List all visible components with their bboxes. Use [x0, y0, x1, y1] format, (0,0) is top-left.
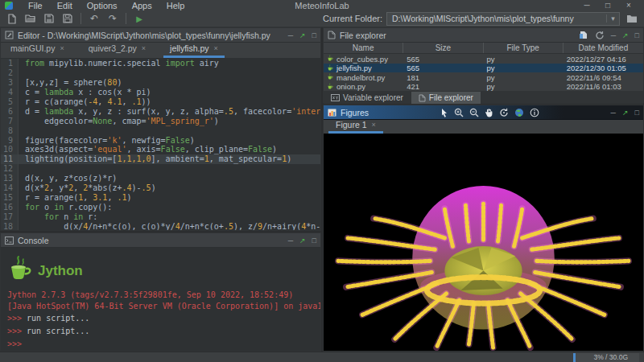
code-lines: 1from mipylib.numeric.special import air… [1, 58, 320, 230]
column-header-file-type[interactable]: File Type [484, 43, 564, 53]
line-number: 10 [1, 145, 19, 154]
undo-button[interactable]: ↶ [86, 11, 102, 26]
menu-apps[interactable]: Apps [125, 1, 159, 10]
file-row-jellyfish-py[interactable]: jellyfish.py565py2022/12/30 01:05 [324, 64, 643, 73]
pointer-tool-button[interactable] [440, 108, 448, 117]
editor-tab-mainGUI-py[interactable]: mainGUI.py× [4, 42, 71, 58]
code-line: 5r = c(arange(-4, 4.1, .1)) [1, 97, 320, 107]
file-row-color_cubes-py[interactable]: color_cubes.py565py2022/12/27 04:16 [324, 54, 643, 64]
prompt-marker: >>> [7, 339, 22, 348]
current-folder-combobox[interactable]: D:\Working\MIScript\Jython\mis\plot_type… [386, 12, 620, 26]
console-panel: Console ─ ↗ □ [0, 232, 321, 352]
jython-logo-row: Jython [7, 253, 314, 290]
tab-label: mainGUI.py [10, 43, 55, 53]
code-line: 7 edgecolor=None, cmap='MPL_spring_r') [1, 117, 320, 126]
panel-maximize-icon[interactable]: □ [635, 109, 639, 117]
tab-figure-1[interactable]: Figure 1 × [328, 119, 383, 134]
console-output[interactable]: Jython Jython 2.7.3 (tags/v2.7.3:5f29801… [1, 248, 320, 351]
window-close-button[interactable]: × [618, 1, 639, 10]
menu-bar-items: FileEditOptionsAppsHelp [21, 1, 192, 10]
console-banner: Jython 2.7.3 (tags/v2.7.3:5f29801fe, Sep… [7, 290, 314, 312]
zoom-in-icon [454, 108, 464, 117]
line-number: 14 [1, 183, 19, 193]
close-icon[interactable]: × [142, 44, 146, 52]
file-name: color_cubes.py [336, 55, 388, 64]
code-text: edgecolor=None, cmap='MPL_spring_r') [19, 117, 219, 126]
zoom-out-button[interactable] [469, 108, 479, 117]
close-icon[interactable]: × [372, 121, 376, 129]
file-name-cell: onion.py [324, 82, 403, 91]
open-document-icon[interactable] [579, 31, 588, 39]
column-header-size[interactable]: Size [403, 43, 483, 53]
editor-tab-quiver3_2-py[interactable]: quiver3_2.py× [82, 42, 152, 58]
identify-tool-button[interactable] [530, 108, 539, 117]
chevron-down-icon[interactable]: ▾ [606, 14, 619, 23]
panel-float-icon[interactable]: ↗ [622, 31, 629, 39]
save-button[interactable] [41, 11, 57, 26]
figures-title: Figures [341, 108, 369, 117]
browse-folder-button[interactable] [624, 11, 640, 26]
code-text: figure(facecolor='k', newfig=False) [19, 136, 195, 146]
save-as-icon [63, 14, 72, 23]
panel-minimize-icon[interactable]: ─ [288, 237, 293, 245]
tab-label: File explorer [429, 93, 473, 102]
window-maximize-button[interactable]: □ [597, 1, 618, 10]
column-header-date-modified[interactable]: Date Modified [564, 43, 643, 53]
code-line: 11lighting(position=[1,1,1,0], ambient=1… [1, 154, 320, 164]
new-file-button[interactable] [4, 11, 20, 26]
tab-label: jellyfish.py [170, 43, 208, 53]
code-editor[interactable]: 1from mipylib.numeric.special import air… [1, 58, 320, 230]
save-icon [44, 14, 54, 23]
status-bar: 3% / 30.0G [0, 352, 644, 362]
panel-float-icon[interactable]: ↗ [299, 237, 306, 245]
line-number: 16 [1, 203, 19, 212]
panel-maximize-icon[interactable]: □ [312, 31, 316, 39]
window-minimize-button[interactable]: ─ [576, 1, 597, 10]
explorer-bottom-tabs: Variable explorer File explorer [324, 91, 643, 104]
panel-minimize-icon[interactable]: ─ [611, 31, 616, 39]
console-panel-controls: ─ ↗ □ [288, 237, 316, 245]
run-script-button[interactable]: ▶ [131, 11, 147, 26]
pan-tool-button[interactable] [485, 108, 493, 117]
file-explorer-icon [328, 31, 336, 39]
tab-file-explorer[interactable]: File explorer [411, 92, 481, 104]
globe-tool-button[interactable] [514, 108, 524, 117]
panel-float-icon[interactable]: ↗ [299, 31, 306, 39]
code-line: 16for o in r.copy(): [1, 203, 320, 212]
panel-minimize-icon[interactable]: ─ [288, 31, 293, 39]
panel-minimize-icon[interactable]: ─ [611, 109, 616, 117]
code-text: d = lambda x, y, z : surf(x, y, z, alpha… [19, 107, 320, 117]
tab-variable-explorer[interactable]: Variable explorer [324, 92, 411, 104]
panel-maximize-icon[interactable]: □ [312, 237, 316, 245]
right-column: File explorer ─ ↗ □ NameSizeFile TypeDat… [323, 27, 644, 352]
file-name-cell: jellyfish.py [324, 64, 403, 72]
menu-file[interactable]: File [21, 1, 50, 10]
file-row-onion-py[interactable]: onion.py421py2022/11/6 01:03 [324, 82, 643, 92]
open-file-button[interactable] [23, 11, 39, 26]
save-as-button[interactable] [60, 11, 76, 26]
menu-bar: FileEditOptionsAppsHelp MeteoInfoLab ─ □… [0, 0, 644, 11]
redo-button[interactable]: ↷ [105, 11, 121, 26]
menu-edit[interactable]: Edit [50, 1, 80, 10]
figure-tab-label: Figure 1 [336, 120, 367, 130]
figure-tabbar: Figure 1 × [324, 120, 643, 134]
panel-float-icon[interactable]: ↗ [622, 109, 629, 117]
file-name: onion.py [336, 82, 365, 91]
refresh-icon[interactable] [595, 31, 605, 40]
figure-canvas[interactable] [324, 134, 643, 351]
column-header-name[interactable]: Name [324, 43, 403, 53]
editor-tab-jellyfish-py[interactable]: jellyfish.py× [163, 42, 225, 58]
close-icon[interactable]: × [214, 44, 218, 52]
close-icon[interactable]: × [60, 44, 64, 52]
code-text: r = c(arange(-4, 4.1, .1)) [19, 97, 151, 107]
code-line: 2 [1, 68, 320, 78]
line-number: 9 [1, 136, 19, 146]
menu-options[interactable]: Options [80, 1, 125, 10]
file-row-mandelbrot-py[interactable]: mandelbrot.py181py2022/11/6 09:54 [324, 72, 643, 82]
menu-help[interactable]: Help [159, 1, 192, 10]
rotate-tool-button[interactable] [499, 108, 509, 117]
prompt-marker: >>> [7, 314, 22, 323]
panel-maximize-icon[interactable]: □ [635, 31, 639, 39]
file-table-header: NameSizeFile TypeDate Modified [324, 43, 643, 54]
zoom-in-button[interactable] [454, 108, 464, 117]
